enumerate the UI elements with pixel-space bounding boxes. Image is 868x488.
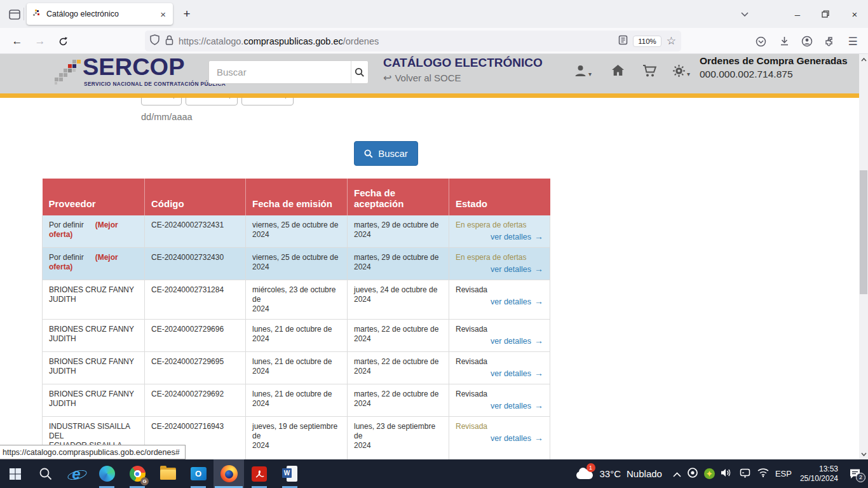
arrow-right-icon[interactable]: → [534, 296, 543, 306]
acrobat-icon[interactable] [244, 459, 275, 488]
tab-title: Catálogo electrónico [46, 10, 159, 18]
firefox-view-icon[interactable] [5, 6, 24, 23]
taskbar-search-icon[interactable] [31, 459, 61, 488]
lock-icon[interactable] [165, 35, 173, 48]
zoom-level-button[interactable]: 110% [633, 36, 661, 47]
weather-cloud-icon: 1 [575, 468, 594, 480]
forward-button[interactable]: → [31, 32, 50, 51]
cell-status: Revisadaver detalles→ [449, 320, 550, 352]
orders-table: ProveedorCódigoFecha de emisiónFecha de … [42, 179, 550, 488]
browser-tab[interactable]: Catálogo electrónico × [27, 3, 173, 25]
antivirus-tray-icon[interactable] [704, 468, 715, 479]
reader-view-icon[interactable] [618, 35, 628, 48]
ver-detalles-link[interactable]: ver detalles [491, 337, 531, 346]
column-header: Fecha de emisión [246, 179, 348, 215]
cell-code: CE-20240002732430 [145, 248, 246, 280]
cell-code: CE-20240002732431 [145, 215, 246, 248]
pocket-icon[interactable] [752, 33, 769, 50]
status-link-tooltip: https://catalogo.compraspublicas.gob.ec/… [0, 445, 186, 459]
chrome-icon[interactable]: G [122, 459, 153, 488]
scrollbar-up-icon[interactable] [859, 55, 868, 64]
wifi-icon[interactable] [757, 468, 770, 480]
status-text: En espera de ofertas [456, 253, 543, 262]
settings-gear-icon[interactable]: ▾ [672, 64, 690, 78]
column-header: Proveedor [43, 179, 145, 215]
cell-provider: BRIONES CRUZ FANNY JUDITH [43, 384, 145, 417]
extensions-puzzle-icon[interactable] [822, 33, 838, 50]
cell-provider: BRIONES CRUZ FANNY JUDITH [43, 320, 145, 352]
ver-detalles-link[interactable]: ver detalles [491, 402, 531, 410]
table-header-row: ProveedorCódigoFecha de emisiónFecha de … [43, 179, 550, 215]
restore-button[interactable] [817, 5, 834, 23]
tab-list-chevron-icon[interactable] [736, 5, 754, 23]
cell-status: Revisadaver detalles→ [449, 352, 550, 384]
cell-status: Revisadaver detalles→ [449, 280, 550, 320]
reload-icon[interactable] [53, 32, 72, 51]
arrow-right-icon[interactable]: → [534, 433, 543, 443]
close-button[interactable]: × [846, 5, 864, 23]
arrow-right-icon[interactable]: → [534, 231, 543, 241]
start-button[interactable] [0, 459, 31, 488]
ver-detalles-link[interactable]: ver detalles [491, 297, 531, 306]
tab-favicon-sercop-icon [32, 8, 41, 20]
site-search-input[interactable] [209, 61, 351, 83]
minimize-button[interactable]: – [789, 5, 806, 23]
display-cast-icon[interactable] [739, 468, 751, 480]
bookmark-star-icon[interactable]: ☆ [667, 34, 676, 48]
cell-issue-date: lunes, 21 de octubre de 2024 [246, 320, 348, 352]
arrow-right-icon[interactable]: → [534, 264, 543, 274]
provider-name: Por definir [49, 253, 84, 262]
firefox-icon[interactable] [214, 459, 244, 488]
internet-explorer-icon[interactable]: e [61, 459, 92, 488]
cart-icon[interactable] [642, 64, 657, 78]
file-explorer-icon[interactable] [153, 459, 183, 488]
table-row: Por definir(Mejor oferta)CE-202400027324… [43, 248, 550, 280]
volume-icon[interactable] [721, 468, 733, 480]
system-tray: 1 33°C Nublado ESP [575, 464, 868, 484]
status-text: Revisada [456, 422, 543, 431]
shield-icon[interactable] [150, 34, 159, 48]
tab-close-icon[interactable]: × [159, 9, 167, 20]
account-icon[interactable] [799, 33, 815, 50]
cell-issue-date: viernes, 25 de octubre de 2024 [246, 215, 348, 248]
language-indicator[interactable]: ESP [775, 469, 792, 478]
site-search-button[interactable] [351, 61, 368, 83]
arrow-right-icon[interactable]: → [534, 336, 543, 346]
url-text[interactable]: https://catalogo.compraspublicas.gob.ec/… [179, 36, 618, 46]
menu-hamburger-icon[interactable]: ☰ [844, 33, 861, 50]
action-center-icon[interactable]: 2 [846, 466, 863, 482]
page-title: CATÁLOGO ELECTRÓNICO [383, 56, 543, 70]
taskbar-clock[interactable]: 13:53 25/10/2024 [800, 464, 838, 484]
url-bar[interactable]: https://catalogo.compraspublicas.gob.ec/… [145, 30, 681, 51]
ver-detalles-link[interactable]: ver detalles [491, 434, 531, 443]
ver-detalles-link[interactable]: ver detalles [491, 265, 531, 274]
tray-chevron-up-icon[interactable] [673, 468, 681, 480]
site-search [208, 60, 369, 84]
cell-issue-date: miércoles, 23 de octubre de 2024 [246, 280, 348, 320]
downloads-icon[interactable] [776, 33, 792, 50]
cell-provider: Por definir(Mejor oferta) [43, 215, 145, 248]
scrollbar-down-icon[interactable] [859, 449, 868, 459]
new-tab-button[interactable]: + [178, 5, 196, 23]
record-tray-icon[interactable] [687, 467, 698, 481]
cell-provider: BRIONES CRUZ FANNY JUDITH [43, 280, 145, 320]
arrow-right-icon[interactable]: → [534, 368, 543, 378]
provider-name: BRIONES CRUZ FANNY JUDITH [49, 325, 134, 343]
outlook-icon[interactable]: O [183, 459, 214, 488]
user-menu-icon[interactable]: ▾ [574, 64, 592, 78]
ver-detalles-link[interactable]: ver detalles [491, 369, 531, 378]
ver-detalles-link[interactable]: ver detalles [491, 233, 531, 241]
sercop-logo-subtitle: SERVICIO NACIONAL DE CONTRATACIÓN PÚBLIC… [84, 81, 226, 87]
scrollbar-thumb[interactable] [860, 170, 867, 294]
volver-al-soce-link[interactable]: ↩ Volver al SOCE [383, 72, 461, 84]
buscar-button[interactable]: Buscar [354, 141, 418, 166]
arrow-right-icon[interactable]: → [534, 400, 543, 410]
word-icon[interactable]: W [275, 459, 305, 488]
tab-separator [24, 8, 24, 20]
edge-icon[interactable] [92, 459, 122, 488]
status-text: Revisada [456, 390, 543, 399]
cell-issue-date: lunes, 21 de octubre de 2024 [246, 352, 348, 384]
home-icon[interactable] [611, 64, 625, 77]
back-button[interactable]: ← [8, 32, 27, 51]
weather-widget[interactable]: 1 33°C Nublado [575, 468, 662, 480]
